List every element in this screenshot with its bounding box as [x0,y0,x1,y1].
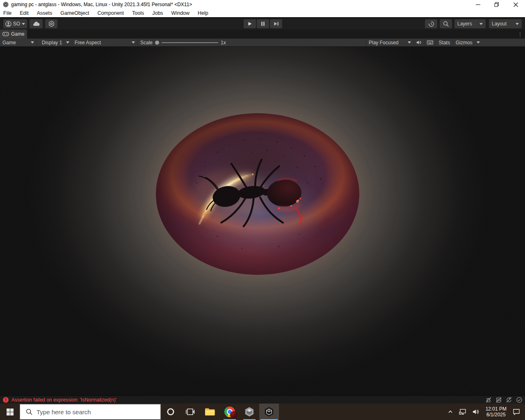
pause-icon [261,21,265,26]
chevron-down-icon [479,23,483,25]
layout-dropdown[interactable]: Layout [489,19,522,28]
menu-help[interactable]: Help [194,9,212,17]
chevron-down-icon [516,23,519,25]
volume-icon[interactable] [469,404,482,420]
restore-button[interactable] [487,0,506,9]
aspect-ratio-dropdown[interactable]: Free Aspect [72,39,138,46]
chevron-down-icon [408,41,411,43]
unity-editor-window: gaming pc - antglass - Windows, Mac, Lin… [0,0,525,420]
account-label: SO [13,21,20,27]
scale-slider-track[interactable] [162,42,218,43]
play-icon [247,21,252,26]
windows-logo-icon [7,409,14,415]
action-center-button[interactable] [510,404,525,420]
mute-audio-toggle[interactable] [413,39,424,46]
menu-tools[interactable]: Tools [128,9,148,17]
error-text: Assertion failed on expression: 'IsNorma… [11,397,116,403]
background-tasks-ok-icon[interactable] [516,397,523,403]
taskbar: 12:01 PM 6/1/2025 [0,404,525,420]
task-view-button[interactable] [180,404,200,420]
unity-logo-icon [3,2,9,7]
start-button[interactable] [0,404,20,420]
display-dropdown[interactable]: Display 1 [39,39,72,46]
version-control-button[interactable] [45,19,57,28]
step-button[interactable] [270,19,282,28]
main-toolbar: SO [0,18,525,30]
console-status-error[interactable]: ! Assertion failed on expression: 'IsNor… [0,397,116,403]
auto-refresh-disabled-icon[interactable] [506,397,512,403]
chevron-down-icon [31,41,34,43]
close-button[interactable] [506,0,525,9]
menu-jobs[interactable]: Jobs [148,9,167,17]
file-explorer-icon [205,407,215,416]
chevron-down-icon [132,41,135,43]
pause-button[interactable] [257,19,269,28]
step-icon [274,21,279,26]
cortana-button[interactable] [161,404,180,420]
stats-toggle[interactable]: Stats [436,39,453,46]
menu-component[interactable]: Component [93,9,128,17]
taskbar-clock[interactable]: 12:01 PM 6/1/2025 [482,406,510,418]
tab-game[interactable]: Game [0,30,27,39]
hidden-icons-chevron[interactable] [445,404,456,420]
scale-control: Scale 1x [138,39,232,46]
menu-bar: File Edit Assets GameObject Component To… [0,9,525,18]
unity-editor-button[interactable] [259,404,279,420]
unity-hub-icon [244,406,255,417]
unity-hub-button[interactable] [240,404,259,420]
gamepad-icon [2,32,9,36]
file-explorer-button[interactable] [200,404,220,420]
search-input[interactable] [37,409,143,415]
cloud-services-button[interactable] [30,19,43,28]
ant-silhouette [199,158,303,229]
clock-time: 12:01 PM [486,406,507,412]
taskbar-search-box[interactable] [20,404,161,420]
error-icon: ! [3,397,9,403]
tab-strip: Game ⋮ [0,30,525,39]
game-view-toolbar: Game Display 1 Free Aspect Scale 1x Play… [0,39,525,47]
network-icon[interactable] [456,404,469,420]
menu-window[interactable]: Window [167,9,194,17]
gizmos-dropdown[interactable]: Gizmos [453,39,482,46]
aspect-ratio-label: Free Aspect [75,40,101,46]
cloud-icon [32,21,40,27]
account-dropdown[interactable]: SO [3,19,27,28]
undo-history-button[interactable] [425,19,437,28]
keyboard-toggle[interactable] [424,39,436,46]
minimize-button[interactable] [468,0,487,9]
history-icon [428,21,434,27]
game-toolbar-spacer [482,39,525,46]
chrome-icon [224,406,235,417]
play-button[interactable] [244,19,256,28]
layers-dropdown[interactable]: Layers [454,19,486,28]
game-viewport[interactable] [0,47,525,395]
menu-gameobject[interactable]: GameObject [56,9,93,17]
tab-overflow-menu[interactable]: ⋮ [517,30,523,39]
tab-game-label: Game [11,31,25,37]
unity-editor-icon [264,406,274,417]
menu-file[interactable]: File [0,9,16,17]
layers-label: Layers [457,21,472,27]
search-everywhere-button[interactable] [440,19,452,28]
cache-server-disconnected-icon[interactable] [495,397,502,403]
gizmos-label: Gizmos [456,40,472,46]
menu-assets[interactable]: Assets [33,9,57,17]
chrome-button[interactable] [220,404,240,420]
game-view-dropdown[interactable]: Game [0,39,37,46]
debugger-disabled-icon[interactable] [485,397,492,403]
search-icon [26,409,32,415]
status-bar: ! Assertion failed on expression: 'IsNor… [0,395,525,404]
scale-label: Scale [140,40,153,46]
account-icon [5,21,11,27]
scale-value: 1x [221,40,226,46]
window-title: gaming pc - antglass - Windows, Mac, Lin… [11,2,192,7]
amber-scene-art [156,113,359,275]
chevron-down-icon [22,23,25,25]
menu-edit[interactable]: Edit [16,9,33,17]
play-focused-dropdown[interactable]: Play Focused [366,39,413,46]
chevron-down-icon [66,41,69,43]
keyboard-icon [427,40,433,45]
chevron-down-icon [477,41,480,43]
scale-slider-thumb[interactable] [155,41,159,45]
play-focused-label: Play Focused [369,40,399,46]
